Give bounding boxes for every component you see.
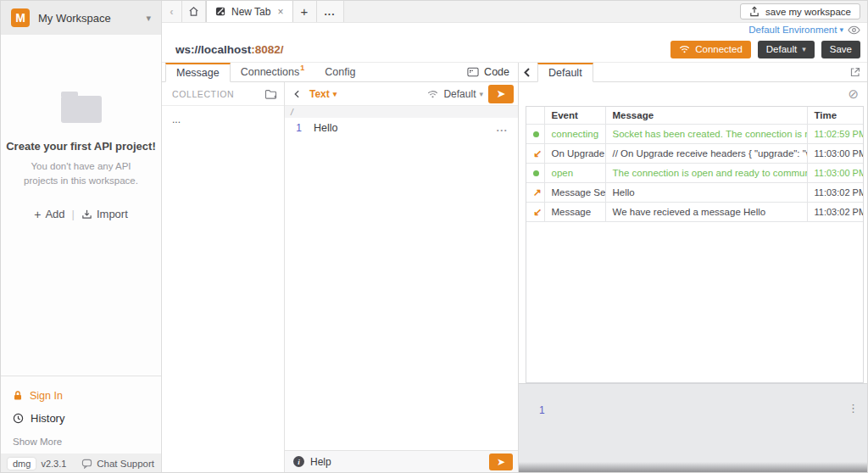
url-port: :8082/ xyxy=(251,43,283,56)
connection-target-dropdown[interactable]: Default ▾ xyxy=(443,88,483,100)
import-label: Import xyxy=(97,208,128,220)
empty-state: Create your first API project! You don't… xyxy=(1,35,161,221)
save-workspace-button[interactable]: save my workspace xyxy=(740,3,860,19)
response-tab-label: Default xyxy=(548,67,582,79)
collection-header-label: COLLECTION xyxy=(172,89,234,99)
help-label[interactable]: Help xyxy=(310,456,331,468)
tab-message[interactable]: Message xyxy=(165,63,231,82)
workspace-header[interactable]: M My Workspace ▾ xyxy=(1,1,161,35)
save-workspace-label: save my workspace xyxy=(765,7,851,17)
more-options-button[interactable]: ... xyxy=(317,1,344,22)
url-host: ws://localhost xyxy=(175,43,251,56)
code-icon xyxy=(467,67,479,77)
import-icon xyxy=(81,209,92,220)
response-panel-header: Default xyxy=(518,63,867,81)
editor-breadcrumb: / xyxy=(285,106,518,118)
connected-label: Connected xyxy=(695,44,743,54)
app-logo: M xyxy=(11,8,30,27)
code-button[interactable]: Code xyxy=(467,63,509,81)
divider: | xyxy=(72,208,75,220)
import-button[interactable]: Import xyxy=(81,208,128,220)
connected-button[interactable]: Connected xyxy=(670,41,751,58)
tab-response-default[interactable]: Default xyxy=(537,63,593,82)
home-icon xyxy=(188,6,199,17)
info-icon: i xyxy=(293,456,304,467)
event-row[interactable]: ↗Message SentHello11:03:02 PM xyxy=(526,183,863,203)
tab-connections[interactable]: Connections1 xyxy=(231,63,315,81)
event-row[interactable]: ↙MessageWe have recieved a message Hello… xyxy=(526,203,863,222)
close-tab-icon[interactable]: × xyxy=(277,6,283,18)
environment-button-label: Default xyxy=(766,44,797,54)
chevron-left-icon xyxy=(524,68,530,77)
time-cell: 11:03:00 PM xyxy=(807,164,863,183)
home-button[interactable] xyxy=(182,1,206,22)
sign-in-button[interactable]: Sign In xyxy=(1,385,161,407)
message-cell: We have recieved a message Hello xyxy=(605,203,807,222)
open-external-icon xyxy=(850,67,860,77)
new-tab-button[interactable]: + xyxy=(293,1,317,22)
message-sent-icon: ↗ xyxy=(533,186,542,198)
message-type-dropdown[interactable]: Text ▾ xyxy=(309,88,337,100)
send-message-button-bottom[interactable]: ➤ xyxy=(489,454,513,470)
history-button[interactable]: History xyxy=(1,407,161,430)
bottom-shadow xyxy=(519,462,867,472)
collapse-panel-button[interactable] xyxy=(519,63,534,81)
collection-item[interactable]: ... xyxy=(162,106,284,133)
events-table: EventMessageTime connectingSocket has be… xyxy=(526,107,863,222)
time-cell: 11:03:02 PM xyxy=(807,183,863,203)
open-external-button[interactable] xyxy=(850,63,860,81)
environment-row: Default Environment ▾ xyxy=(162,23,867,36)
new-folder-icon[interactable] xyxy=(264,89,277,99)
sidebar-footer: dmg v2.3.1 Chat Support xyxy=(1,454,161,473)
nav-back-button[interactable]: ‹ xyxy=(162,1,182,22)
events-table-header: EventMessageTime xyxy=(526,107,863,125)
event-row[interactable]: openThe connection is open and ready to … xyxy=(526,164,863,183)
clear-messages-icon[interactable]: ⊘ xyxy=(848,86,859,102)
events-table-container: EventMessageTime connectingSocket has be… xyxy=(526,106,864,383)
event-cell: Message Sent xyxy=(544,183,605,203)
save-label: Save xyxy=(830,44,852,54)
url-row: ws://localhost:8082/ Connected Default ▾… xyxy=(162,36,867,62)
chat-bubble-icon xyxy=(81,459,92,469)
websocket-client-window: M My Workspace ▾ Create your first API p… xyxy=(0,0,868,473)
event-row[interactable]: connectingSocket has been created. The c… xyxy=(526,125,863,144)
upload-icon xyxy=(749,6,760,17)
tab-new-tab[interactable]: New Tab × xyxy=(206,1,293,22)
environment-selector[interactable]: Default Environment ▾ xyxy=(748,25,843,35)
eye-icon[interactable] xyxy=(848,25,860,35)
collection-pane: COLLECTION ... xyxy=(162,82,285,472)
add-label: Add xyxy=(45,208,64,220)
status-dot-icon xyxy=(533,131,539,137)
chevron-down-icon: ▾ xyxy=(333,90,337,98)
url-input[interactable]: ws://localhost:8082/ xyxy=(175,43,664,56)
chat-support-button[interactable]: Chat Support xyxy=(81,459,154,469)
plus-icon: + xyxy=(34,208,41,221)
add-project-button[interactable]: + Add xyxy=(34,208,64,221)
tab-message-label: Message xyxy=(176,67,220,79)
event-row[interactable]: ↙On Upgrade// On Upgrade receive headers… xyxy=(526,144,863,164)
kebab-menu-icon[interactable]: ⋮ xyxy=(848,403,859,414)
chevron-down-icon[interactable]: ▾ xyxy=(146,13,151,24)
event-cell: On Upgrade xyxy=(544,144,605,164)
message-input-area[interactable]: 1 Hello ... xyxy=(285,118,518,450)
content-area: COLLECTION ... xyxy=(162,82,867,472)
column-header: Message xyxy=(605,107,807,125)
save-button[interactable]: Save xyxy=(821,41,860,58)
tab-title: New Tab xyxy=(231,6,270,18)
sidebar: M My Workspace ▾ Create your first API p… xyxy=(1,1,162,473)
collapse-collection-button[interactable] xyxy=(289,90,304,98)
tab-connections-label: Connections xyxy=(241,66,300,78)
connections-count-badge: 1 xyxy=(300,64,304,72)
show-more-link[interactable]: Show More xyxy=(1,430,161,448)
chevron-down-icon: ▾ xyxy=(479,90,483,98)
environment-label: Default Environment xyxy=(748,25,837,35)
clock-icon xyxy=(13,413,24,424)
code-line: 1 Hello ... xyxy=(285,118,518,134)
tab-config[interactable]: Config xyxy=(314,63,365,81)
send-message-button[interactable]: ➤ xyxy=(488,85,514,103)
lock-icon xyxy=(13,391,23,401)
environment-button[interactable]: Default ▾ xyxy=(758,41,815,58)
line-options-icon[interactable]: ... xyxy=(497,122,518,134)
tab-config-label: Config xyxy=(325,66,355,78)
connection-target-label: Default xyxy=(443,88,476,100)
